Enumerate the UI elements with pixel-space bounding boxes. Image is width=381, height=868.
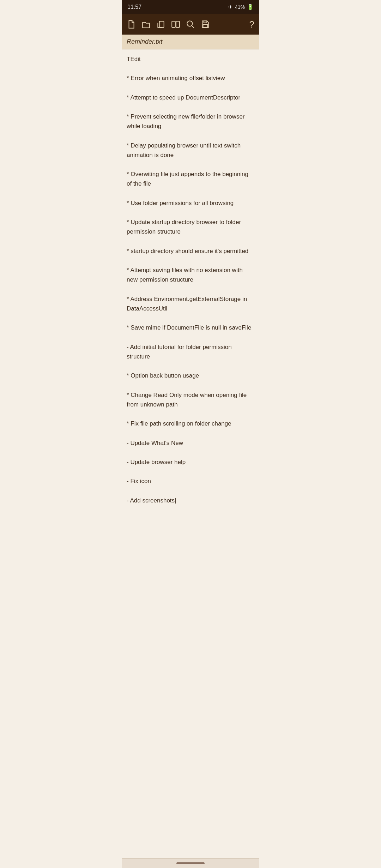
battery-icon: 🔋 xyxy=(247,4,254,10)
file-title: Reminder.txt xyxy=(127,38,162,45)
help-icon[interactable]: ? xyxy=(249,19,254,30)
content-text[interactable]: TEdit * Error when animating offset list… xyxy=(127,54,254,505)
svg-point-3 xyxy=(187,21,192,26)
svg-rect-5 xyxy=(204,21,207,23)
svg-rect-1 xyxy=(172,21,175,27)
split-view-icon[interactable] xyxy=(171,20,180,29)
save-icon[interactable] xyxy=(201,20,210,29)
toolbar-right: ? xyxy=(249,19,254,30)
content-area[interactable]: TEdit * Error when animating offset list… xyxy=(122,49,259,516)
scroll-indicator xyxy=(176,862,205,864)
svg-rect-6 xyxy=(203,24,208,28)
new-file-icon[interactable] xyxy=(127,20,136,29)
status-bar: 11:57 ✈ 41% 🔋 xyxy=(122,0,259,14)
search-icon[interactable] xyxy=(186,20,195,29)
svg-rect-0 xyxy=(159,21,164,27)
status-time: 11:57 xyxy=(127,4,141,10)
svg-rect-2 xyxy=(176,21,180,27)
folder-icon[interactable] xyxy=(141,20,151,29)
status-right: ✈ 41% 🔋 xyxy=(228,4,254,10)
file-copy-icon[interactable] xyxy=(156,20,165,29)
airplane-icon: ✈ xyxy=(228,4,233,10)
battery-percent: 41% xyxy=(235,4,245,10)
toolbar: ? xyxy=(122,14,259,35)
file-header: Reminder.txt xyxy=(122,35,259,49)
bottom-bar xyxy=(122,858,259,868)
toolbar-left xyxy=(127,20,210,29)
svg-line-4 xyxy=(192,25,194,28)
